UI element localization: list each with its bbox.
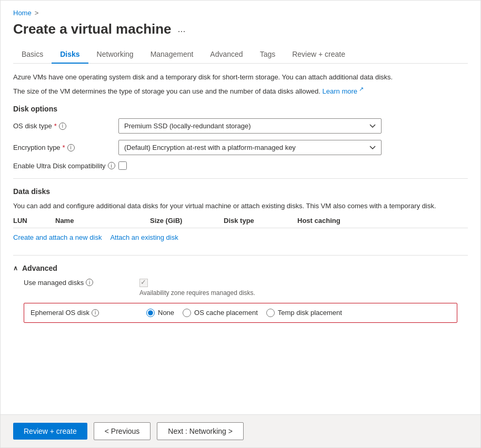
col-header-size: Size (GiB) [150, 217, 224, 225]
encryption-required-indicator: * [63, 144, 65, 151]
ephemeral-os-disk-row: Ephemeral OS disk i None OS cache placem… [24, 303, 457, 323]
data-disks-description: You can add and configure additional dat… [13, 201, 468, 211]
previous-button[interactable]: < Previous [94, 422, 151, 440]
tab-disks[interactable]: Disks [52, 46, 88, 64]
footer: Review + create < Previous Next : Networ… [1, 414, 480, 447]
page-title: Create a virtual machine [13, 21, 172, 37]
managed-disks-label: Use managed disks i [24, 279, 139, 287]
col-header-name: Name [55, 217, 150, 225]
ultra-disk-checkbox[interactable] [118, 161, 127, 170]
advanced-section-header[interactable]: ∧ Advanced [13, 264, 468, 272]
external-link-icon: ↗ [357, 86, 364, 92]
disk-actions: Create and attach a new disk Attach an e… [13, 228, 468, 247]
ephemeral-none-radio[interactable] [146, 309, 155, 317]
learn-more-link[interactable]: Learn more ↗ [323, 87, 364, 95]
advanced-section-title: Advanced [22, 264, 57, 272]
tab-basics[interactable]: Basics [13, 46, 52, 64]
ephemeral-os-cache-radio[interactable] [183, 309, 191, 317]
tab-management[interactable]: Management [142, 46, 202, 64]
ephemeral-temp-disk-label: Temp disk placement [278, 309, 342, 317]
divider-before-advanced [13, 255, 468, 256]
attach-existing-disk-link[interactable]: Attach an existing disk [110, 233, 178, 241]
tab-review-create[interactable]: Review + create [284, 46, 354, 64]
col-header-lun: LUN [13, 217, 55, 225]
ultra-disk-label: Enable Ultra Disk compatibility i [13, 162, 118, 170]
breadcrumb: Home > [13, 9, 468, 17]
tab-networking[interactable]: Networking [88, 46, 142, 64]
disk-options-title: Disk options [13, 105, 468, 113]
encryption-type-row: Encryption type * i (Default) Encryption… [13, 140, 468, 155]
description-line2: The size of the VM determines the type o… [13, 85, 468, 97]
required-indicator: * [54, 122, 57, 130]
tab-tags[interactable]: Tags [252, 46, 284, 64]
os-disk-type-row: OS disk type * i Premium SSD (locally-re… [13, 118, 468, 134]
review-create-button[interactable]: Review + create [13, 423, 87, 440]
divider-after-disk-options [13, 178, 468, 179]
chevron-up-icon: ∧ [13, 264, 18, 272]
ephemeral-none-label: None [158, 309, 174, 317]
data-disks-table-header: LUN Name Size (GiB) Disk type Host cachi… [13, 213, 468, 228]
description-line1: Azure VMs have one operating system disk… [13, 72, 468, 83]
col-header-disk-type: Disk type [224, 217, 297, 225]
encryption-type-info-icon[interactable]: i [67, 144, 75, 151]
ellipsis-menu-button[interactable]: ... [178, 24, 186, 35]
next-networking-button[interactable]: Next : Networking > [157, 422, 244, 440]
managed-disks-row: Use managed disks i Availability zone re… [13, 279, 468, 297]
ephemeral-temp-disk-option[interactable]: Temp disk placement [266, 309, 342, 317]
os-disk-type-info-icon[interactable]: i [59, 123, 66, 130]
os-disk-type-select[interactable]: Premium SSD (locally-redundant storage) [118, 118, 382, 134]
create-attach-new-disk-link[interactable]: Create and attach a new disk [13, 233, 102, 241]
breadcrumb-home[interactable]: Home [13, 9, 32, 17]
availability-note: Availability zone requires managed disks… [139, 289, 255, 297]
managed-disks-info-icon[interactable]: i [86, 279, 93, 286]
managed-disks-checkbox-disabled [139, 279, 148, 287]
encryption-type-label: Encryption type * i [13, 144, 118, 151]
os-disk-type-label: OS disk type * i [13, 122, 118, 130]
ephemeral-info-icon[interactable]: i [92, 309, 99, 317]
ultra-disk-info-icon[interactable]: i [108, 162, 115, 169]
ephemeral-os-disk-label: Ephemeral OS disk i [31, 309, 146, 317]
ephemeral-os-cache-option[interactable]: OS cache placement [183, 309, 258, 317]
ephemeral-temp-disk-radio[interactable] [266, 309, 275, 317]
data-disks-section: Data disks You can add and configure add… [13, 187, 468, 247]
ephemeral-os-cache-label: OS cache placement [194, 309, 258, 317]
tab-advanced[interactable]: Advanced [202, 46, 251, 64]
breadcrumb-separator: > [35, 9, 39, 17]
ephemeral-none-option[interactable]: None [146, 309, 174, 317]
ultra-disk-row: Enable Ultra Disk compatibility i [13, 161, 468, 170]
col-header-host-caching: Host caching [297, 217, 468, 225]
data-disks-title: Data disks [13, 187, 468, 196]
ephemeral-radio-group: None OS cache placement Temp disk placem… [146, 309, 342, 317]
managed-disks-control: Availability zone requires managed disks… [139, 279, 255, 297]
advanced-section: ∧ Advanced Use managed disks i Availabil… [13, 264, 468, 323]
encryption-type-select[interactable]: (Default) Encryption at-rest with a plat… [118, 140, 382, 155]
nav-tabs: Basics Disks Networking Management Advan… [13, 46, 468, 64]
